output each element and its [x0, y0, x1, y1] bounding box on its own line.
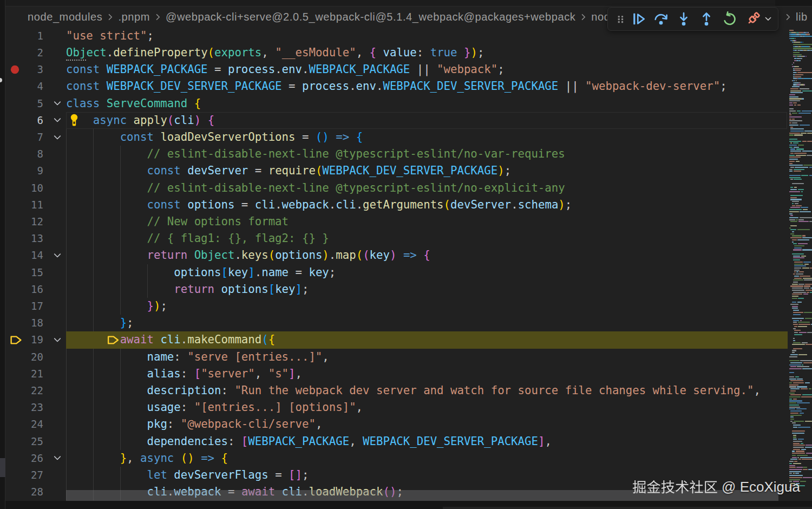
line-number[interactable]: 7	[6, 129, 43, 146]
line-number[interactable]: 12	[6, 213, 43, 230]
line-number[interactable]: 25	[6, 433, 43, 450]
fold-chevron-icon[interactable]	[52, 129, 63, 146]
step-into-button[interactable]	[674, 9, 693, 29]
minimap-line	[789, 376, 794, 377]
line-number[interactable]: 26	[6, 450, 43, 467]
fold-chevron-icon[interactable]	[52, 331, 63, 348]
fold-chevron-icon[interactable]	[52, 95, 63, 112]
line-number[interactable]: 1	[6, 28, 43, 44]
minimap-line	[796, 271, 798, 272]
line-number[interactable]: 14	[6, 247, 43, 264]
code-token: )	[390, 249, 396, 262]
minimap-line	[792, 306, 798, 307]
minimap-line	[807, 155, 812, 156]
code-token: )	[194, 114, 201, 127]
minimap-line	[803, 262, 811, 263]
minimap-line	[794, 171, 801, 172]
line-number[interactable]: 11	[6, 197, 43, 213]
line-number[interactable]: 8	[6, 146, 43, 162]
line-number[interactable]: 6	[6, 112, 43, 129]
minimap-line	[794, 247, 802, 249]
minimap-line	[789, 384, 798, 386]
step-over-button[interactable]	[651, 9, 671, 29]
line-number[interactable]: 4	[6, 78, 43, 95]
line-number[interactable]: 17	[6, 298, 43, 315]
minimap-line	[789, 169, 793, 170]
code-editor[interactable]: "use strict";Object.defineProperty(expor…	[0, 28, 812, 509]
minimap-line	[794, 262, 803, 263]
minimap-line	[789, 356, 797, 357]
debug-stackframe-inline-icon	[107, 331, 120, 348]
line-number[interactable]: 18	[6, 315, 43, 331]
more-button[interactable]	[758, 9, 778, 29]
fold-chevron-icon[interactable]	[52, 450, 63, 467]
debug-stackframe-icon[interactable]	[9, 331, 23, 348]
breadcrumb-item[interactable]: .pnpm	[118, 11, 150, 23]
code-token: (	[316, 164, 322, 177]
drag-handle-button[interactable]	[611, 9, 630, 29]
line-number[interactable]: 20	[6, 349, 43, 366]
code-line: });	[66, 298, 167, 315]
minimap-line	[789, 122, 791, 123]
minimap-line	[793, 348, 802, 349]
code-token: "@webpack-cli/serve"	[181, 417, 316, 430]
minimap-line	[794, 264, 803, 265]
minimap-line	[804, 84, 805, 85]
continue-button[interactable]	[629, 9, 649, 29]
code-token: .	[329, 198, 336, 211]
code-token: name	[261, 266, 289, 279]
code-token: ()	[316, 130, 329, 143]
breadcrumb-item[interactable]: @webpack-cli+serve@2.0.5_webpack-cli@5.1…	[166, 11, 575, 23]
minimap-line	[795, 50, 797, 51]
code-line: const WEBPACK_PACKAGE = process.env.WEBP…	[66, 61, 505, 78]
line-number[interactable]: 24	[6, 416, 43, 433]
line-number[interactable]: 10	[6, 180, 43, 197]
minimap-line	[789, 133, 800, 134]
line-number[interactable]: 5	[6, 95, 43, 112]
line-number[interactable]: 13	[6, 230, 43, 247]
minimap[interactable]	[789, 30, 812, 509]
line-number[interactable]: 2	[6, 44, 43, 61]
minimap-line	[790, 88, 798, 89]
minimap-line	[794, 245, 804, 246]
line-number[interactable]: 22	[6, 382, 43, 399]
code-token: (	[208, 46, 214, 59]
minimap-line	[793, 54, 802, 55]
lightbulb-icon[interactable]	[68, 112, 80, 129]
minimap-line	[804, 288, 810, 289]
code-token: .	[302, 63, 309, 76]
minimap-line	[793, 342, 801, 343]
line-number[interactable]: 9	[6, 162, 43, 179]
code-token: ]	[296, 283, 302, 296]
bottom-edge-substrip	[443, 507, 812, 509]
line-number[interactable]: 16	[6, 281, 43, 298]
minimap-line	[798, 459, 801, 460]
chevron-right-icon	[106, 12, 115, 22]
minimap-line	[789, 400, 802, 401]
line-number[interactable]: 15	[6, 264, 43, 281]
rail-scrollbar-thumb[interactable]	[0, 458, 5, 477]
fold-chevron-icon[interactable]	[52, 247, 63, 264]
line-number[interactable]: 23	[6, 399, 43, 416]
minimap-line	[789, 163, 793, 164]
minimap-line	[802, 90, 812, 92]
line-number[interactable]: 28	[6, 484, 43, 500]
minimap-line	[793, 78, 797, 79]
code-token: getArguments	[363, 198, 443, 211]
breadcrumb-item[interactable]: lib	[796, 11, 808, 23]
restart-button[interactable]	[720, 9, 739, 29]
minimap-line	[790, 354, 797, 355]
breakpoint-icon[interactable]	[8, 61, 21, 78]
code-token: schema	[518, 198, 559, 211]
minimap-line	[795, 76, 801, 77]
line-number[interactable]: 21	[6, 366, 43, 382]
breadcrumb-item[interactable]: node_modules	[28, 11, 102, 23]
code-token: {	[356, 130, 363, 143]
minimap-line	[803, 209, 808, 210]
line-number[interactable]: 27	[6, 467, 43, 484]
fold-chevron-icon[interactable]	[52, 112, 63, 129]
minimap-line	[792, 453, 806, 454]
code-line: name: "serve [entries...]",	[66, 349, 329, 366]
step-out-button[interactable]	[697, 9, 716, 29]
minimap-line	[789, 360, 800, 361]
